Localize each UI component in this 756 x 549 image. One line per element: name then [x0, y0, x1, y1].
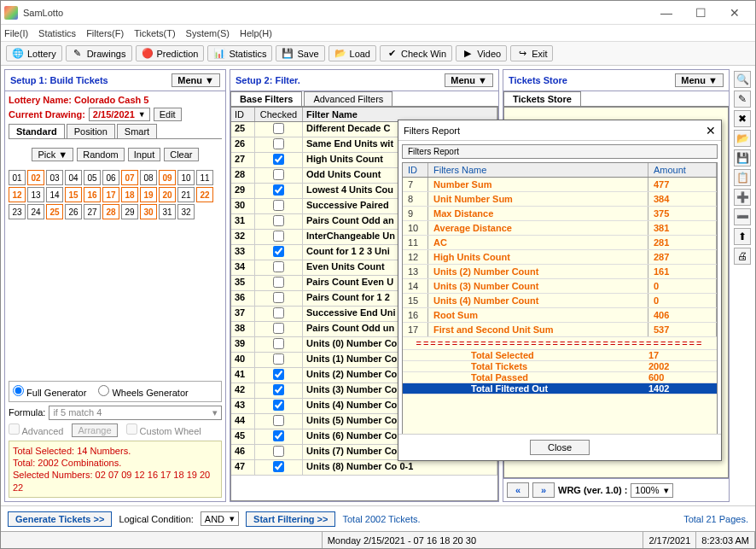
edit-button[interactable]: Edit: [154, 108, 182, 121]
zoom-select[interactable]: 100%▾: [631, 483, 673, 498]
report-row[interactable]: 10Average Distance381: [403, 221, 717, 236]
menu-item[interactable]: Filters(F): [86, 28, 124, 38]
total-row[interactable]: Total Filtered Out1402: [403, 383, 717, 394]
popup-close-button[interactable]: Close: [530, 440, 590, 455]
toolbar-statistics[interactable]: 📊Statistics: [207, 45, 272, 61]
number-cell[interactable]: 15: [65, 187, 82, 202]
number-cell[interactable]: 24: [27, 204, 44, 219]
side-tool-button[interactable]: 💾: [734, 149, 751, 166]
custom-wheel-checkbox[interactable]: Custom Wheel: [126, 423, 201, 436]
tab-standard[interactable]: Standard: [9, 124, 65, 138]
report-row[interactable]: 13Units (2) Number Count161: [403, 265, 717, 279]
report-row[interactable]: 17First and Second Unit Sum537: [403, 323, 717, 337]
nav-next-button[interactable]: »: [532, 482, 555, 498]
number-cell[interactable]: 28: [102, 204, 119, 219]
number-cell[interactable]: 16: [84, 187, 101, 202]
tab-tickets-store[interactable]: Tickets Store: [503, 91, 581, 106]
number-cell[interactable]: 30: [140, 204, 157, 219]
toolbar-prediction[interactable]: 🔴Prediction: [136, 45, 205, 61]
maximize-button[interactable]: ☐: [683, 1, 718, 24]
menu-item[interactable]: Statistics: [38, 28, 76, 38]
tab-base-filters[interactable]: Base Filters: [230, 91, 302, 106]
generate-tickets-button[interactable]: Generate Tickets >>: [8, 511, 112, 527]
number-cell[interactable]: 06: [102, 170, 119, 185]
side-tool-button[interactable]: 📋: [734, 169, 751, 186]
clear-button[interactable]: Clear: [164, 148, 198, 161]
toolbar-exit[interactable]: ↪Exit: [510, 45, 553, 61]
number-cell[interactable]: 23: [9, 204, 26, 219]
filter-checkbox[interactable]: [255, 245, 303, 260]
toolbar-check-win[interactable]: ✔Check Win: [380, 45, 452, 61]
report-row[interactable]: 9Max Distance375: [403, 207, 717, 221]
number-cell[interactable]: 04: [65, 170, 82, 185]
number-cell[interactable]: 10: [177, 170, 195, 185]
menu-item[interactable]: File(I): [4, 28, 28, 38]
close-button[interactable]: ✕: [718, 1, 752, 24]
number-cell[interactable]: 01: [9, 170, 26, 185]
number-cell[interactable]: 02: [27, 170, 44, 185]
menu-item[interactable]: System(S): [186, 28, 230, 38]
filter-checkbox[interactable]: [255, 199, 303, 213]
report-row[interactable]: 7Number Sum477: [403, 178, 717, 192]
number-cell[interactable]: 32: [177, 204, 195, 219]
filter-checkbox[interactable]: [255, 383, 303, 398]
filter-checkbox[interactable]: [255, 414, 303, 429]
filter-checkbox[interactable]: [255, 168, 303, 183]
number-cell[interactable]: 25: [46, 204, 63, 219]
nav-prev-button[interactable]: «: [507, 482, 529, 498]
pick-button[interactable]: Pick ▼: [32, 148, 73, 161]
side-tool-button[interactable]: ⬆: [734, 228, 751, 245]
side-tool-button[interactable]: 📂: [734, 130, 751, 147]
side-tool-button[interactable]: ➖: [734, 208, 751, 225]
toolbar-video[interactable]: ▶Video: [456, 45, 507, 61]
filter-checkbox[interactable]: [255, 322, 303, 336]
filter-checkbox[interactable]: [255, 337, 303, 352]
filter-checkbox[interactable]: [255, 214, 303, 229]
menu-item[interactable]: Tickets(T): [134, 28, 175, 38]
side-tool-button[interactable]: 🔍: [734, 71, 751, 88]
menu-item[interactable]: Help(H): [240, 28, 272, 38]
toolbar-drawings[interactable]: ✎Drawings: [66, 45, 132, 61]
filter-checkbox[interactable]: [255, 153, 303, 167]
number-cell[interactable]: 13: [27, 187, 44, 202]
number-cell[interactable]: 14: [46, 187, 63, 202]
logical-select[interactable]: AND▾: [201, 511, 239, 526]
total-row[interactable]: Total Tickets2002: [403, 361, 717, 372]
report-row[interactable]: 11AC281: [403, 236, 717, 250]
side-tool-button[interactable]: ➕: [734, 189, 751, 206]
advanced-checkbox[interactable]: Advanced: [9, 423, 63, 436]
toolbar-load[interactable]: 📂Load: [329, 45, 376, 61]
number-cell[interactable]: 03: [46, 170, 63, 185]
number-cell[interactable]: 19: [140, 187, 157, 202]
number-cell[interactable]: 12: [9, 187, 26, 202]
wheels-generator-radio[interactable]: Wheels Generator: [98, 385, 188, 398]
number-cell[interactable]: 26: [65, 204, 82, 219]
number-cell[interactable]: 05: [84, 170, 101, 185]
number-cell[interactable]: 08: [140, 170, 157, 185]
start-filtering-button[interactable]: Start Filtering >>: [246, 511, 335, 527]
filter-checkbox[interactable]: [255, 307, 303, 321]
side-tool-button[interactable]: 🖨: [734, 248, 751, 265]
toolbar-lottery[interactable]: 🌐Lottery: [6, 45, 62, 61]
report-row[interactable]: 14Units (3) Number Count0: [403, 279, 717, 294]
side-tool-button[interactable]: ✎: [734, 91, 751, 108]
number-cell[interactable]: 22: [196, 187, 213, 202]
filter-checkbox[interactable]: [255, 137, 303, 152]
number-cell[interactable]: 27: [84, 204, 101, 219]
filter-checkbox[interactable]: [255, 399, 303, 413]
tab-smart[interactable]: Smart: [117, 124, 157, 138]
full-generator-radio[interactable]: Full Generator: [13, 385, 86, 398]
number-cell[interactable]: 18: [121, 187, 138, 202]
side-tool-button[interactable]: ✖: [734, 110, 751, 127]
filter-checkbox[interactable]: [255, 276, 303, 290]
total-row[interactable]: Total Passed600: [403, 372, 717, 383]
number-cell[interactable]: 11: [196, 170, 213, 185]
drawing-date[interactable]: 2/15/2021▼: [89, 108, 150, 121]
tab-advanced-filters[interactable]: Advanced Filters: [304, 91, 393, 106]
report-row[interactable]: 8Unit Number Sum384: [403, 192, 717, 207]
report-row[interactable]: 16Root Sum406: [403, 308, 717, 323]
number-cell[interactable]: 07: [121, 170, 138, 185]
input-button[interactable]: Input: [128, 148, 160, 161]
formula-select[interactable]: if 5 match 4▾: [49, 406, 222, 420]
filter-checkbox[interactable]: [255, 230, 303, 244]
